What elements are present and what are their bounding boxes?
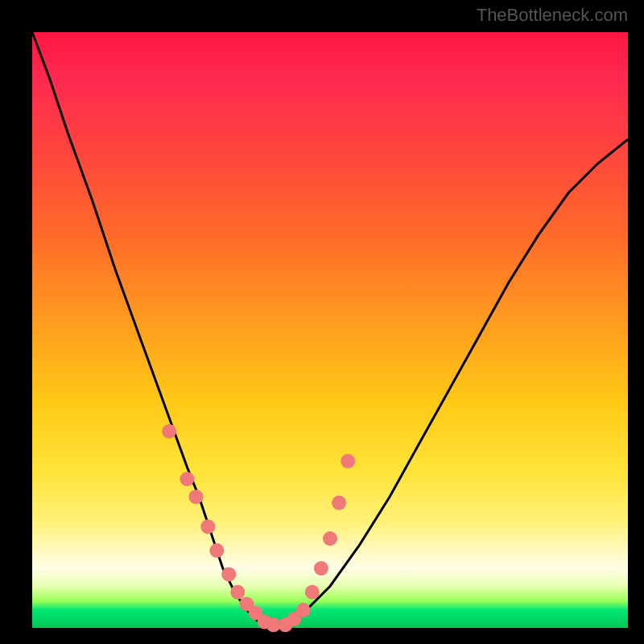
dot-markers-group: [162, 424, 355, 633]
watermark-text: TheBottleneck.com: [477, 5, 628, 26]
dot-marker: [189, 489, 204, 504]
dot-marker: [209, 543, 224, 558]
dot-marker: [296, 603, 311, 617]
dot-marker: [180, 472, 194, 486]
chart-frame: TheBottleneck.com: [0, 0, 644, 644]
plot-area: [32, 32, 628, 628]
dot-marker: [305, 585, 320, 600]
dot-marker: [200, 519, 215, 534]
dot-marker: [230, 585, 245, 600]
dot-marker: [332, 496, 346, 510]
dot-marker: [323, 531, 337, 546]
dot-marker: [221, 567, 236, 581]
dot-marker: [162, 424, 176, 439]
dot-marker: [314, 561, 328, 576]
dot-marker: [341, 454, 355, 469]
chart-svg: [32, 32, 628, 628]
